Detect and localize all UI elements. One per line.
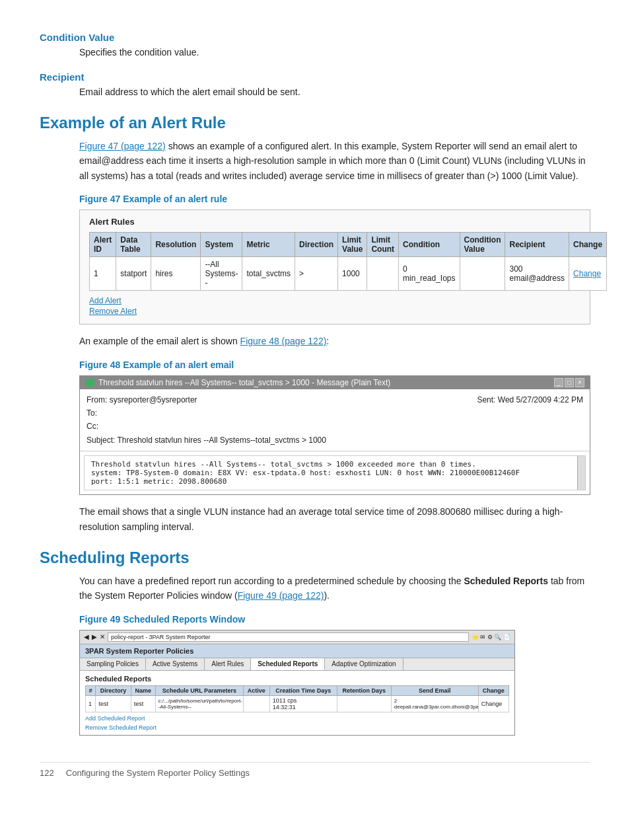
email-icon <box>85 379 94 387</box>
sched-col-email: Send Email <box>391 685 478 695</box>
page-footer: 122 Configuring the System Reporter Poli… <box>40 762 590 778</box>
sched-cell-change[interactable]: Change <box>478 695 508 712</box>
email-subject: Subject: Threshold statvlun hires --All … <box>87 434 583 447</box>
recipient-body: Email address to which the alert email s… <box>79 85 590 99</box>
figure48-link[interactable]: Figure 48 (page 122) <box>240 336 327 346</box>
email-mockup: Threshold statvlun hires --All Systems--… <box>79 375 590 496</box>
col-data-table: DataTable <box>116 233 151 257</box>
email-window-controls[interactable]: _ □ × <box>554 378 584 387</box>
sched-window-title: 3PAR System Reporter Policies <box>80 644 514 658</box>
figure48-heading: Figure 48 Example of an alert email <box>79 360 590 370</box>
tab-scheduled-reports[interactable]: Scheduled Reports <box>251 658 325 670</box>
col-alert-id: AlertID <box>90 233 116 257</box>
sched-body1: You can have a predefined report run acc… <box>79 576 462 586</box>
add-alert-link[interactable]: Add Alert <box>89 296 580 305</box>
example-alert-rule-body: Figure 47 (page 122) shows an example of… <box>79 139 590 183</box>
cell-data-table: statport <box>116 257 151 291</box>
col-recipient: Recipient <box>505 233 569 257</box>
email-scrollbar[interactable] <box>577 456 585 490</box>
remove-alert-link[interactable]: Remove Alert <box>89 307 580 316</box>
col-change: Change <box>569 233 607 257</box>
add-remove-links: Add Alert Remove Alert <box>89 296 580 316</box>
close-icon[interactable]: × <box>575 378 584 387</box>
recipient-section: Recipient Email address to which the ale… <box>40 71 590 99</box>
col-metric: Metric <box>242 233 295 257</box>
sched-col-dir: Directory <box>96 685 131 695</box>
address-bar[interactable]: policy-report - 3PAR System Reporter <box>108 632 469 642</box>
col-direction: Direction <box>295 233 338 257</box>
email-sent: Sent: Wed 5/27/2009 4:22 PM <box>477 393 583 406</box>
toolbar-icon3[interactable]: ✕ <box>100 633 105 640</box>
cell-change[interactable]: Change <box>569 257 607 291</box>
email-body: Threshold statvlun hires --All Systems--… <box>84 455 586 490</box>
recipient-heading: Recipient <box>40 71 590 83</box>
cell-recipient: 300 email@address <box>505 257 569 291</box>
cell-limit-value: 1000 <box>338 257 367 291</box>
add-scheduled-report-link[interactable]: Add Scheduled Report <box>85 715 509 722</box>
tab-adaptive-optimization[interactable]: Adaptive Optimization <box>325 658 403 670</box>
sched-content: Scheduled Reports # Directory Name Sched… <box>80 671 514 735</box>
minimize-icon[interactable]: _ <box>554 378 563 387</box>
sched-col-name: Name <box>131 685 155 695</box>
cell-system: --All Systems-- <box>201 257 242 291</box>
sched-col-schedule: Schedule URL Parameters <box>155 685 243 695</box>
sched-col-creation: Creation Time Days <box>269 685 337 695</box>
table-row: 1 statport hires --All Systems-- total_s… <box>90 257 607 291</box>
col-limit-value: LimitValue <box>338 233 367 257</box>
cell-limit-count <box>367 257 399 291</box>
sched-header-row: # Directory Name Schedule URL Parameters… <box>86 685 509 695</box>
col-resolution: Resolution <box>151 233 201 257</box>
tab-active-systems[interactable]: Active Systems <box>146 658 205 670</box>
toolbar-icon1[interactable]: ◀ <box>84 633 89 640</box>
restore-icon[interactable]: □ <box>565 378 574 387</box>
email-title-bar: Threshold statvlun hires --All Systems--… <box>80 376 590 389</box>
figure47-link[interactable]: Figure 47 (page 122) <box>79 141 166 151</box>
col-condition-value: ConditionValue <box>460 233 505 257</box>
cell-condition: 0 min_read_Iops <box>399 257 460 291</box>
sched-cell-email: 2 deepali.rana@3par.com.dhoni@3par.com.d… <box>391 695 478 712</box>
sched-table-row: 1 test test c:/.../path/to/some/url/path… <box>86 695 509 712</box>
condition-value-section: Condition Value Specifies the condition … <box>40 32 590 59</box>
cell-resolution: hires <box>151 257 201 291</box>
toolbar-icon2[interactable]: ▶ <box>92 633 97 640</box>
condition-value-heading: Condition Value <box>40 32 590 43</box>
sched-content-title: Scheduled Reports <box>85 675 509 683</box>
email-title-text: Threshold statvlun hires --All Systems--… <box>98 378 390 387</box>
sched-cell-creation: 1011 cps14:32:31 <box>269 695 337 712</box>
col-system: System <box>201 233 242 257</box>
col-condition: Condition <box>399 233 460 257</box>
alert-rules-table: AlertID DataTable Resolution System Metr… <box>89 232 607 291</box>
sched-cell-name: test <box>131 695 155 712</box>
sched-col-retention: Retention Days <box>337 685 391 695</box>
figure49-heading: Figure 49 Scheduled Reports Window <box>79 614 590 625</box>
example-alert-rule-section: Example of an Alert Rule Figure 47 (page… <box>40 114 590 534</box>
sched-col-num: # <box>86 685 96 695</box>
scheduling-reports-section: Scheduling Reports You can have a predef… <box>40 549 590 736</box>
footer-page-number: 122 <box>40 768 54 778</box>
sched-col-change: Change <box>478 685 508 695</box>
sched-cell-dir: test <box>96 695 131 712</box>
sched-bold: Scheduled Reports <box>464 576 548 586</box>
figure49-link[interactable]: Figure 49 (page 122) <box>238 590 324 601</box>
email-headers: From: sysreporter@5ysreporter Sent: Wed … <box>80 389 590 452</box>
alert-rules-container: Alert Rules AlertID DataTable Resolution… <box>79 210 590 325</box>
after-email-text: The email shows that a single VLUN insta… <box>79 504 590 534</box>
sched-toolbar: ◀ ▶ ✕ policy-report - 3PAR System Report… <box>80 630 514 644</box>
sched-cell-num: 1 <box>86 695 96 712</box>
remove-scheduled-report-link[interactable]: Remove Scheduled Report <box>85 724 509 731</box>
email-to: To: <box>87 406 583 420</box>
table-header-row: AlertID DataTable Resolution System Metr… <box>90 233 607 257</box>
tab-sampling-policies[interactable]: Sampling Policies <box>80 658 146 670</box>
email-title-left: Threshold statvlun hires --All Systems--… <box>85 378 390 387</box>
sched-cell-schedule: c:/.../path/to/some/url/path/to/report--… <box>155 695 243 712</box>
scheduled-reports-window: ◀ ▶ ✕ policy-report - 3PAR System Report… <box>79 630 515 736</box>
email-from: From: sysreporter@5ysreporter <box>87 393 197 406</box>
email-cc: Cc: <box>87 420 583 433</box>
alert-rules-title: Alert Rules <box>89 217 580 227</box>
cell-alert-id: 1 <box>90 257 116 291</box>
footer-text: Configuring the System Reporter Policy S… <box>66 768 250 778</box>
scheduling-reports-body: You can have a predefined report run acc… <box>79 574 590 603</box>
tab-alert-rules[interactable]: Alert Rules <box>205 658 251 670</box>
toolbar-extra: ⭐ ✉ ⚙ 🔍 📄 <box>472 634 510 640</box>
email-body-text: Threshold statvlun hires --All Systems--… <box>91 460 578 486</box>
